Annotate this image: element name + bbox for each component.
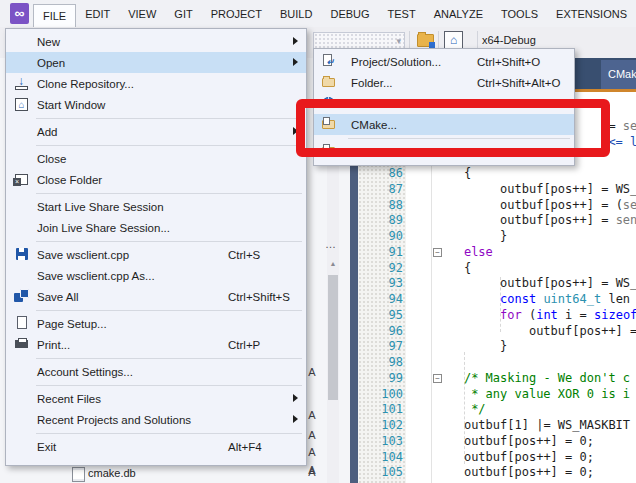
menu-item-close[interactable]: Close	[6, 148, 306, 169]
git-status-letter: A	[305, 429, 319, 441]
menu-item-shortcut: Ctrl+Shift+O	[477, 56, 540, 68]
code-line: outbuf[1] |= WS_MASKBIT	[435, 418, 630, 434]
code-line: outbuf[pos++] = WS_	[435, 182, 636, 198]
menu-bar: ∞ FILEEDITVIEWGITPROJECTBUILDDEBUGTESTAN…	[0, 0, 636, 27]
code-line: outbuf[pos++] = 0;	[435, 434, 594, 450]
code-line: outbuf[pos++] = 0;	[435, 450, 594, 466]
code-line: /* Masking - We don't c	[435, 371, 630, 387]
menu-item-project-solution[interactable]: ↵Project/Solution...Ctrl+Shift+O	[314, 51, 574, 72]
line-number: 96	[358, 324, 403, 340]
configuration-dropdown[interactable]: x64-Debug	[482, 34, 536, 46]
submenu-arrow-icon	[293, 58, 298, 66]
menu-item-shortcut: Ctrl+P	[228, 339, 260, 351]
line-number: 104	[358, 450, 403, 466]
line-number: 98	[358, 355, 403, 371]
chevron-down-icon: ▾	[396, 36, 401, 46]
print-icon	[14, 337, 30, 352]
menu-item-label: Recent Projects and Solutions	[6, 414, 191, 426]
menu-item-label: Start Live Share Session	[6, 201, 164, 213]
menu-item-account-settings[interactable]: Account Settings...	[6, 361, 306, 382]
line-number: 100	[358, 387, 403, 403]
menu-item-shortcut: Ctrl+S	[228, 249, 260, 261]
line-number: 101	[358, 402, 403, 418]
menu-item-folder[interactable]: Folder...Ctrl+Shift+Alt+O	[314, 72, 574, 93]
menubar-item-file[interactable]: FILE	[33, 4, 76, 27]
tree-item-label: cmake.db	[88, 467, 136, 479]
line-number: 103	[358, 434, 403, 450]
menubar-item-project[interactable]: PROJECT	[202, 0, 271, 27]
save-icon	[14, 247, 30, 262]
git-status-letter: A	[305, 366, 319, 378]
clone-icon: ↓	[14, 76, 30, 91]
project-icon: ↵	[321, 54, 337, 69]
menubar-item-test[interactable]: TEST	[379, 0, 425, 27]
menu-item-label: Close	[6, 153, 66, 165]
menubar-item-build[interactable]: BUILD	[271, 0, 321, 27]
menu-item-start-window[interactable]: ⌂Start Window	[6, 94, 306, 115]
menu-item-add[interactable]: Add	[6, 121, 306, 142]
line-number: 105	[358, 465, 403, 481]
overflow-dots: …	[325, 238, 337, 250]
menu-item-save-wsclient-cpp[interactable]: Save wsclient.cppCtrl+S	[6, 244, 306, 265]
menu-item-shortcut: Ctrl+Shift+Alt+O	[477, 77, 560, 89]
annotation-highlight-box	[296, 99, 610, 157]
git-status-letter: A	[305, 466, 319, 478]
menubar-item-analyze[interactable]: ANALYZE	[425, 0, 492, 27]
line-number: 88	[358, 198, 403, 214]
code-line: outbuf[pos++] =	[435, 324, 636, 340]
code-line: outbuf[pos++] = 0;	[435, 465, 594, 481]
menubar-item-tools[interactable]: TOOLS	[492, 0, 547, 27]
tree-item-cmake-db[interactable]: cmake.db A	[0, 465, 350, 483]
menubar-item-extensions[interactable]: EXTENSIONS	[547, 0, 636, 27]
menubar-item-edit[interactable]: EDIT	[76, 0, 119, 27]
menu-item-page-setup[interactable]: Page Setup...	[6, 313, 306, 334]
line-number: 91	[358, 245, 403, 261]
database-file-icon	[72, 467, 85, 482]
start-window-icon: ⌂	[14, 97, 30, 112]
line-number: 95	[358, 308, 403, 324]
menu-bar-items: FILEEDITVIEWGITPROJECTBUILDDEBUGTESTANAL…	[33, 0, 636, 27]
menu-item-recent-projects-and-solutions[interactable]: Recent Projects and Solutions	[6, 409, 306, 430]
menu-item-recent-files[interactable]: Recent Files	[6, 388, 306, 409]
scrollbar-thumb[interactable]	[328, 275, 338, 400]
tab-cmake-file[interactable]: CMak	[601, 60, 636, 89]
menu-item-label: Add	[6, 126, 57, 138]
submenu-arrow-icon	[293, 37, 298, 45]
git-status-letter: A	[305, 409, 319, 421]
code-line: for (int i = sizeof	[435, 308, 636, 324]
line-number: 102	[358, 418, 403, 434]
close-folder-icon: ×	[14, 172, 30, 187]
menu-item-shortcut: Alt+F4	[228, 441, 262, 453]
code-line: outbuf[pos++] = (se	[435, 198, 636, 214]
code-line: const uint64_t len	[435, 292, 630, 308]
menu-item-save-all[interactable]: Save AllCtrl+Shift+S	[6, 286, 306, 307]
menu-item-open[interactable]: Open	[6, 52, 306, 73]
code-line: */	[435, 402, 486, 418]
code-line: }	[435, 229, 507, 245]
menu-item-new[interactable]: New	[6, 31, 306, 52]
line-number: 93	[358, 276, 403, 292]
menu-item-label: New	[6, 36, 60, 48]
menubar-item-view[interactable]: VIEW	[119, 0, 165, 27]
menu-item-close-folder[interactable]: ×Close Folder	[6, 169, 306, 190]
vs-ide-window: { "menubar": { "logo_glyph": "∞", "items…	[0, 0, 636, 483]
visual-studio-logo-icon: ∞	[10, 3, 29, 24]
menu-item-print[interactable]: Print...Ctrl+P	[6, 334, 306, 355]
menu-item-start-live-share-session[interactable]: Start Live Share Session	[6, 196, 306, 217]
menubar-item-debug[interactable]: DEBUG	[321, 0, 378, 27]
line-number: 94	[358, 292, 403, 308]
menu-item-label: Join Live Share Session...	[6, 222, 170, 234]
scrollbar-up-arrow-icon[interactable]: ▲	[327, 260, 339, 267]
code-line: else	[435, 245, 493, 261]
menu-item-save-wsclient-cpp-as[interactable]: Save wsclient.cpp As...	[6, 265, 306, 286]
menu-item-clone-repository[interactable]: ↓Clone Repository...	[6, 73, 306, 94]
code-line: {	[435, 261, 471, 277]
folder-permissions-icon[interactable]	[417, 34, 434, 47]
menu-item-label: Open	[6, 57, 65, 69]
menu-item-join-live-share-session[interactable]: Join Live Share Session...	[6, 217, 306, 238]
menubar-item-git[interactable]: GIT	[165, 0, 201, 27]
menu-item-exit[interactable]: ExitAlt+F4	[6, 436, 306, 457]
menu-item-label: Save wsclient.cpp As...	[6, 270, 155, 282]
file-menu-popup: NewOpen↓Clone Repository...⌂Start Window…	[5, 28, 307, 466]
code-line: * any value XOR 0 is i	[435, 387, 630, 403]
